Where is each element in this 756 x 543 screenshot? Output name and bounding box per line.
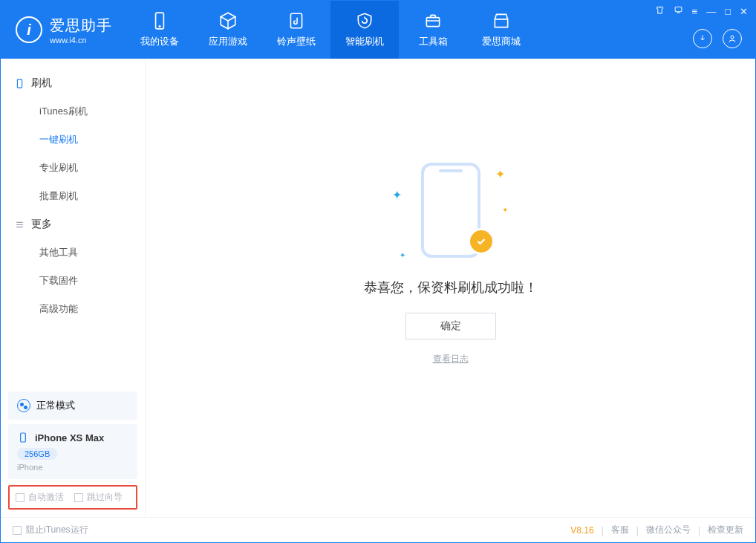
tab-label: 铃声壁纸: [277, 35, 316, 48]
maximize-button[interactable]: □: [725, 6, 731, 17]
sparkle-icon: ✦: [502, 206, 508, 214]
sparkle-icon: ✦: [495, 167, 505, 181]
success-message: 恭喜您，保资料刷机成功啦！: [364, 279, 538, 296]
device-storage: 256GB: [17, 448, 57, 460]
close-button[interactable]: ✕: [740, 6, 748, 17]
sidebar-group-flash: 刷机: [1, 69, 145, 97]
svg-point-5: [731, 36, 734, 39]
version-label: V8.16: [570, 525, 593, 536]
cube-icon: [218, 11, 238, 30]
toolbox-icon: [423, 11, 443, 30]
skin-icon[interactable]: [655, 5, 665, 17]
group-label: 更多: [31, 218, 52, 231]
checkbox-auto-activate[interactable]: 自动激活: [16, 491, 64, 504]
statusbar: 阻止iTunes运行 V8.16 | 客服 | 微信公众号 | 检查更新: [1, 517, 755, 542]
checkbox-icon: [16, 493, 25, 502]
svg-rect-3: [426, 18, 439, 27]
app-url: www.i4.cn: [50, 36, 112, 45]
support-link[interactable]: 客服: [611, 524, 629, 536]
tab-toolbox[interactable]: 工具箱: [399, 1, 467, 59]
feedback-icon[interactable]: [674, 5, 683, 17]
sidebar-item-pro-flash[interactable]: 专业刷机: [1, 154, 145, 182]
tab-my-device[interactable]: 我的设备: [126, 1, 194, 59]
tab-label: 我的设备: [140, 35, 179, 48]
sidebar: 刷机 iTunes刷机 一键刷机 专业刷机 批量刷机 更多 其他工具 下载固件 …: [1, 59, 146, 517]
svg-point-1: [159, 26, 160, 27]
logo-text: 爱思助手 www.i4.cn: [50, 16, 112, 45]
sidebar-item-batch-flash[interactable]: 批量刷机: [1, 182, 145, 210]
svg-rect-4: [675, 7, 682, 12]
tab-label: 爱思商城: [482, 35, 521, 48]
device-name: iPhone XS Max: [35, 432, 104, 443]
logo-icon: i: [16, 16, 42, 43]
block-itunes-label: 阻止iTunes运行: [26, 524, 88, 536]
tab-apps-games[interactable]: 应用游戏: [194, 1, 262, 59]
checkbox-icon: [74, 493, 83, 502]
ok-button[interactable]: 确定: [405, 313, 496, 339]
download-button[interactable]: [693, 29, 712, 48]
svg-rect-7: [21, 433, 26, 442]
sparkle-icon: ✦: [392, 188, 402, 202]
device-type: iPhone: [17, 463, 128, 472]
check-update-link[interactable]: 检查更新: [708, 524, 743, 536]
titlebar: i 爱思助手 www.i4.cn 我的设备 应用游戏 铃声壁纸 智能刷机 工具箱: [1, 1, 755, 59]
checkbox-block-itunes[interactable]: 阻止iTunes运行: [13, 524, 88, 536]
main-panel: ✦ ✦ ✦ ✦ 恭喜您，保资料刷机成功啦！ 确定 查看日志: [146, 59, 755, 517]
check-badge-icon: [468, 228, 495, 255]
menu-icon[interactable]: ≡: [692, 6, 698, 17]
opt-label: 自动激活: [28, 491, 64, 504]
checkbox-icon: [13, 526, 22, 535]
svg-rect-2: [290, 13, 302, 28]
checkbox-skip-guide[interactable]: 跳过向导: [74, 491, 123, 504]
sidebar-item-download-firmware[interactable]: 下载固件: [1, 267, 145, 295]
device-info-card[interactable]: iPhone XS Max 256GB iPhone: [8, 424, 137, 479]
tab-label: 智能刷机: [345, 35, 384, 48]
sidebar-bottom: 正常模式 iPhone XS Max 256GB iPhone 自动激活 跳过向…: [1, 387, 145, 517]
svg-rect-6: [17, 79, 22, 87]
account-button[interactable]: [723, 29, 742, 48]
phone-icon: [150, 11, 169, 30]
flash-options-highlight: 自动激活 跳过向导: [8, 485, 137, 510]
sidebar-item-other-tools[interactable]: 其他工具: [1, 238, 145, 267]
mode-icon: [17, 399, 30, 412]
menu-icon: [14, 219, 25, 230]
mode-label: 正常模式: [36, 399, 75, 412]
tab-smart-flash[interactable]: 智能刷机: [330, 1, 399, 59]
window-controls: ≡ — □ ✕: [655, 5, 748, 17]
sidebar-group-more: 更多: [1, 210, 145, 238]
header-right-icons: [693, 29, 742, 48]
store-icon: [492, 11, 511, 30]
success-illustration: ✦ ✦ ✦ ✦: [395, 163, 506, 259]
sidebar-item-one-click-flash[interactable]: 一键刷机: [1, 126, 145, 154]
view-log-link[interactable]: 查看日志: [433, 353, 469, 365]
opt-label: 跳过向导: [87, 491, 123, 504]
sparkle-icon: ✦: [400, 251, 405, 259]
tab-label: 工具箱: [419, 35, 448, 48]
phone-icon: [17, 432, 29, 443]
phone-icon: [14, 78, 25, 89]
device-mode-card[interactable]: 正常模式: [8, 391, 137, 420]
group-label: 刷机: [31, 77, 52, 90]
tab-ringtone-wallpaper[interactable]: 铃声壁纸: [262, 1, 330, 59]
content-area: 刷机 iTunes刷机 一键刷机 专业刷机 批量刷机 更多 其他工具 下载固件 …: [1, 59, 755, 517]
tab-label: 应用游戏: [209, 35, 247, 48]
sidebar-item-itunes-flash[interactable]: iTunes刷机: [1, 97, 145, 126]
minimize-button[interactable]: —: [706, 6, 716, 17]
refresh-shield-icon: [355, 11, 374, 30]
main-tabs: 我的设备 应用游戏 铃声壁纸 智能刷机 工具箱 爱思商城: [126, 1, 535, 59]
app-name: 爱思助手: [50, 16, 112, 36]
music-file-icon: [287, 11, 306, 30]
logo-area: i 爱思助手 www.i4.cn: [1, 1, 126, 59]
wechat-link[interactable]: 微信公众号: [646, 524, 691, 536]
tab-store[interactable]: 爱思商城: [467, 1, 535, 59]
sidebar-item-advanced[interactable]: 高级功能: [1, 295, 145, 323]
